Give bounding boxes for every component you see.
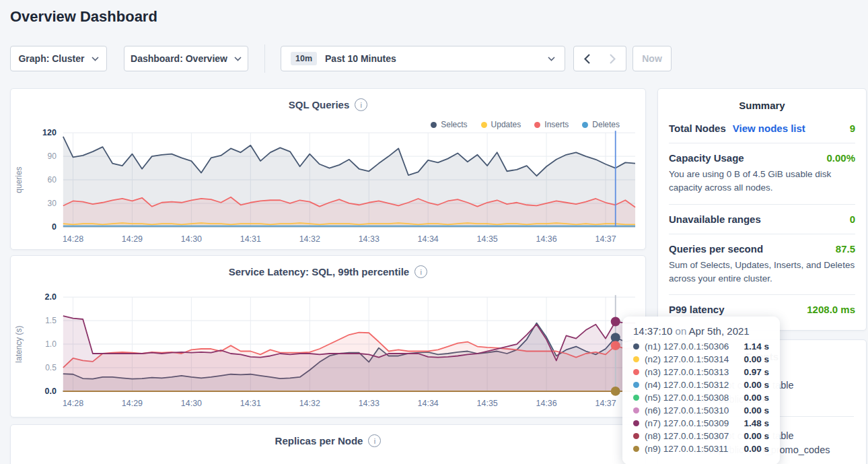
svg-text:120: 120 — [42, 128, 57, 137]
svg-text:14:31: 14:31 — [240, 399, 261, 408]
svg-text:1.0: 1.0 — [45, 339, 57, 349]
svg-text:14:32: 14:32 — [299, 399, 320, 408]
time-prev-button[interactable] — [573, 46, 600, 71]
tooltip-node-label: (n9) 127.0.0.1:50311 — [645, 444, 728, 454]
svg-text:14:28: 14:28 — [63, 399, 83, 408]
svg-text:14:36: 14:36 — [536, 234, 557, 244]
now-button-label: Now — [642, 53, 662, 64]
svg-text:14:34: 14:34 — [418, 399, 439, 408]
node-color-dot-icon — [633, 420, 639, 426]
service-latency-title-text: Service Latency: SQL, 99th percentile — [229, 266, 409, 277]
summary-row-label: Total Nodes — [669, 123, 726, 134]
svg-text:14:35: 14:35 — [477, 399, 498, 408]
info-icon[interactable]: i — [368, 434, 381, 447]
sql-queries-chart[interactable]: 030609012014:2814:2914:3014:3114:3214:33… — [11, 127, 645, 252]
summary-row-main: Total NodesView nodes list9 — [669, 123, 855, 134]
node-color-dot-icon — [633, 343, 639, 350]
svg-text:2.0: 2.0 — [45, 292, 57, 302]
page-title: Overview Dashboard — [10, 8, 157, 26]
tooltip-node-label: (n4) 127.0.0.1:50312 — [645, 380, 729, 390]
summary-row-value: 0.00% — [826, 152, 855, 164]
tooltip-node-label: (n2) 127.0.0.1:50314 — [645, 354, 729, 364]
chart-hover-tooltip: 14:37:10 on Apr 5th, 2021 (n1) 127.0.0.1… — [622, 317, 780, 464]
tooltip-node-label: (n7) 127.0.0.1:50309 — [645, 418, 729, 428]
svg-text:0: 0 — [52, 222, 57, 232]
summary-row-label: Queries per second — [669, 243, 763, 255]
summary-row-value: 0 — [850, 213, 855, 225]
summary-row-main: Queries per second87.5 — [669, 243, 855, 255]
replicas-per-node-title-text: Replicas per Node — [275, 435, 363, 446]
svg-text:14:35: 14:35 — [477, 234, 498, 244]
hover-marker — [611, 387, 620, 396]
tooltip-node-label: (n3) 127.0.0.1:50313 — [645, 367, 729, 377]
chevron-left-icon — [584, 54, 590, 64]
tooltip-row: (n8) 127.0.0.1:503070.00 s — [633, 431, 769, 441]
svg-text:1.5: 1.5 — [45, 316, 57, 325]
summary-row-value: 87.5 — [836, 243, 855, 255]
hover-marker — [611, 341, 620, 350]
summary-rows: Total NodesView nodes list9Capacity Usag… — [658, 111, 866, 324]
tooltip-node-label: (n8) 127.0.0.1:50307 — [645, 431, 729, 441]
tooltip-rows: (n1) 127.0.0.1:503061.14 s(n2) 127.0.0.1… — [633, 341, 769, 454]
tooltip-node-value: 1.14 s — [744, 341, 769, 352]
toolbar-divider — [264, 44, 265, 73]
dashboard-selector-dropdown[interactable]: Dashboard: Overview — [124, 46, 248, 71]
time-range-dropdown[interactable]: 10m Past 10 Minutes — [281, 46, 565, 71]
svg-text:14:29: 14:29 — [122, 399, 143, 408]
summary-title: Summary — [658, 89, 866, 111]
tooltip-row: (n3) 127.0.0.1:503130.97 s — [633, 367, 769, 377]
tooltip-row: (n7) 127.0.0.1:503091.48 s — [633, 418, 769, 428]
view-nodes-list-link[interactable]: View nodes list — [733, 123, 805, 134]
svg-text:14:36: 14:36 — [536, 399, 557, 408]
sql-queries-panel: SQL Queries i SelectsUpdatesInsertsDelet… — [10, 88, 646, 250]
time-range-label: Past 10 Minutes — [325, 53, 396, 64]
svg-text:queries: queries — [14, 166, 24, 193]
now-button[interactable]: Now — [632, 46, 672, 71]
tooltip-node-label: (n5) 127.0.0.1:50308 — [645, 393, 729, 403]
tooltip-row: (n4) 127.0.0.1:503120.00 s — [633, 380, 769, 390]
svg-text:14:29: 14:29 — [122, 234, 143, 244]
svg-text:14:34: 14:34 — [418, 234, 439, 244]
info-icon[interactable]: i — [355, 98, 367, 111]
summary-row: Capacity Usage0.00%You are using 0 B of … — [669, 143, 855, 204]
tooltip-node-value: 0.00 s — [744, 431, 769, 441]
svg-text:14:28: 14:28 — [63, 234, 83, 244]
dashboard-selector-label: Dashboard: Overview — [131, 53, 227, 64]
chevron-right-icon — [610, 54, 616, 64]
info-icon[interactable]: i — [414, 265, 427, 278]
svg-text:14:32: 14:32 — [299, 234, 320, 244]
summary-row: Total NodesView nodes list9 — [669, 114, 855, 143]
sql-queries-title-text: SQL Queries — [289, 99, 350, 110]
svg-text:30: 30 — [48, 199, 57, 208]
chevron-down-icon — [548, 57, 555, 61]
node-color-dot-icon — [633, 356, 639, 362]
tooltip-row: (n2) 127.0.0.1:503140.00 s — [633, 354, 769, 364]
summary-row-value: 1208.0 ms — [807, 304, 855, 315]
summary-row-label: Capacity Usage — [669, 152, 744, 164]
summary-row-description: Sum of Selects, Updates, Inserts, and De… — [669, 259, 855, 286]
graph-selector-dropdown[interactable]: Graph: Cluster — [10, 46, 107, 71]
node-color-dot-icon — [633, 382, 639, 388]
graph-selector-label: Graph: Cluster — [18, 53, 84, 64]
tooltip-row: (n6) 127.0.0.1:503100.00 s — [633, 405, 769, 416]
svg-text:14:30: 14:30 — [181, 399, 202, 408]
time-range-badge: 10m — [291, 52, 317, 65]
summary-row-description: You are using 0 B of 4.5 GiB usable disk… — [669, 168, 855, 195]
summary-row-main: Capacity Usage0.00% — [669, 152, 855, 164]
tooltip-row: (n1) 127.0.0.1:503061.14 s — [633, 341, 769, 352]
svg-text:0.0: 0.0 — [45, 387, 57, 396]
svg-text:14:33: 14:33 — [359, 399, 379, 408]
svg-text:0.5: 0.5 — [45, 363, 57, 372]
tooltip-node-value: 0.00 s — [744, 380, 769, 390]
time-next-button[interactable] — [600, 46, 626, 71]
service-latency-chart[interactable]: 0.00.51.01.52.014:2814:2914:3014:3114:32… — [11, 292, 645, 416]
tooltip-row: (n9) 127.0.0.1:503110.00 s — [633, 444, 769, 454]
tooltip-node-value: 1.48 s — [744, 418, 769, 428]
hover-marker — [611, 317, 620, 327]
replicas-per-node-title: Replicas per Node i — [11, 434, 645, 447]
chevron-down-icon — [234, 57, 242, 61]
node-color-dot-icon — [633, 369, 639, 375]
svg-text:latency (s): latency (s) — [14, 325, 24, 362]
tooltip-node-label: (n1) 127.0.0.1:50306 — [645, 341, 729, 352]
summary-row: Unavailable ranges0 — [669, 204, 855, 234]
